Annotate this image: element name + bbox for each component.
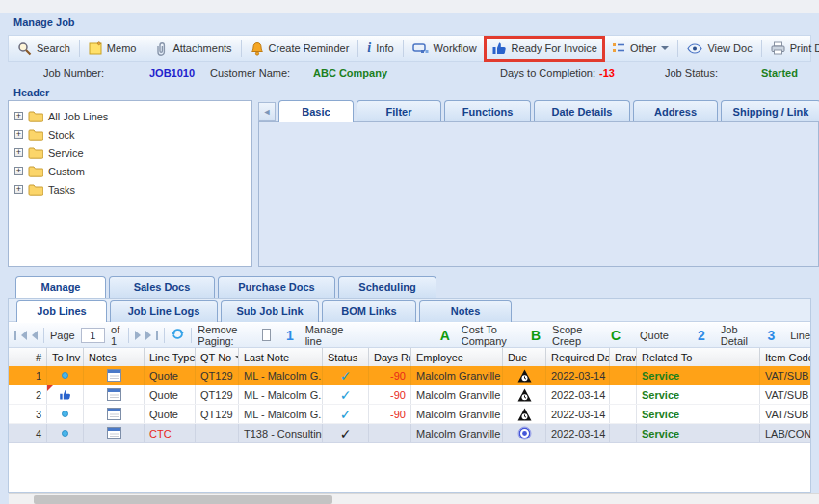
attachments-button[interactable]: Attachments xyxy=(147,37,238,60)
cell-employee[interactable]: Malcolm Granville xyxy=(411,424,503,442)
cell-line_type[interactable]: Quote xyxy=(145,366,196,385)
cell-status[interactable]: ✓ xyxy=(323,366,369,385)
cell-drawing[interactable] xyxy=(610,405,637,423)
cell-required_date[interactable]: 2022-03-14 xyxy=(546,385,610,404)
cell-notes[interactable] xyxy=(84,366,145,385)
cell-notes[interactable] xyxy=(84,424,145,442)
cell-to_inv[interactable] xyxy=(47,385,84,404)
cell-days_req[interactable]: -90 xyxy=(369,405,411,423)
expand-icon[interactable]: + xyxy=(14,148,23,157)
cell-last_note[interactable]: T138 - Consulting xyxy=(239,424,323,442)
next-page-button[interactable] xyxy=(135,328,145,343)
cell-to_inv[interactable] xyxy=(47,424,84,442)
legend-key-3[interactable]: 3 xyxy=(767,328,775,343)
column-header-related-to[interactable]: Related To xyxy=(637,348,760,366)
cell-required_date[interactable]: 2022-03-14 xyxy=(546,405,610,423)
search-button[interactable]: Search xyxy=(11,37,77,60)
tab-date-details[interactable]: Date Details xyxy=(534,100,630,122)
tab-notes[interactable]: Notes xyxy=(419,300,512,322)
legend-label-cost-to-company[interactable]: Cost To Company xyxy=(462,324,517,347)
tab-purchase-docs[interactable]: Purchase Docs xyxy=(218,276,335,298)
table-row[interactable]: 1QuoteQT129ML - Malcolm G...✓-90Malcolm … xyxy=(9,366,810,385)
tree-item-service[interactable]: + Service xyxy=(14,144,251,162)
tab-functions[interactable]: Functions xyxy=(444,100,531,122)
cell-item_code[interactable]: VAT/SUB xyxy=(760,366,810,385)
legend-label-job-detail[interactable]: Job Detail xyxy=(721,324,753,347)
cell-qt_no[interactable]: QT129 xyxy=(196,405,239,423)
cell-num[interactable]: 2 xyxy=(9,385,47,404)
scrollbar-thumb[interactable] xyxy=(34,495,332,504)
cell-last_note[interactable]: ML - Malcolm G... xyxy=(239,366,323,385)
cell-due[interactable] xyxy=(503,424,546,442)
column-header-days-rec[interactable]: Days Rec xyxy=(369,348,411,366)
cell-to_inv[interactable] xyxy=(47,366,84,385)
tree-item-stock[interactable]: + Stock xyxy=(14,125,251,144)
expand-icon[interactable]: + xyxy=(14,112,23,120)
cell-num[interactable]: 3 xyxy=(9,405,47,423)
expand-icon[interactable]: + xyxy=(14,185,23,194)
tree-item-tasks[interactable]: + Tasks xyxy=(14,180,251,199)
column-header-due[interactable]: Due xyxy=(503,348,546,366)
cell-employee[interactable]: Malcolm Granville xyxy=(411,405,503,423)
cell-related_to[interactable]: Service xyxy=(637,405,760,423)
legend-label-line[interactable]: Line xyxy=(790,330,810,341)
tab-scroll-left-button[interactable]: ◄ xyxy=(258,102,276,121)
tab-sales-docs[interactable]: Sales Docs xyxy=(109,276,215,298)
column-header-required-date[interactable]: Required Date xyxy=(546,348,610,366)
cell-line_type[interactable]: Quote xyxy=(145,385,196,404)
cell-num[interactable]: 4 xyxy=(9,424,47,442)
column-header-qt-no[interactable]: QT No xyxy=(196,348,239,366)
cell-related_to[interactable]: Service xyxy=(637,385,760,404)
horizontal-scrollbar[interactable] xyxy=(9,493,819,504)
column-header-last-note[interactable]: Last Note xyxy=(239,348,323,366)
cell-employee[interactable]: Malcolm Granville xyxy=(411,366,503,385)
tab-scheduling[interactable]: Scheduling xyxy=(338,276,436,298)
cell-days_req[interactable] xyxy=(369,424,411,442)
cell-last_note[interactable]: ML - Malcolm G... xyxy=(239,405,323,423)
cell-status[interactable]: ✓ xyxy=(323,405,369,423)
table-row[interactable]: 4CTCT138 - Consulting✓Malcolm Granville2… xyxy=(9,424,810,443)
legend-key-2[interactable]: 2 xyxy=(698,328,705,343)
last-page-button[interactable] xyxy=(145,328,158,343)
cell-days_req[interactable]: -90 xyxy=(369,366,411,385)
cell-qt_no[interactable] xyxy=(196,424,239,442)
column-header-employee[interactable]: Employee xyxy=(411,348,503,366)
tab-filter[interactable]: Filter xyxy=(357,100,441,122)
cell-due[interactable] xyxy=(503,366,546,385)
create-reminder-button[interactable]: Create Reminder xyxy=(244,37,357,60)
cell-due[interactable] xyxy=(503,405,546,423)
column-header-notes[interactable]: Notes xyxy=(84,348,145,366)
tab-job-lines[interactable]: Job Lines xyxy=(16,300,107,322)
view-doc-button[interactable]: View Doc xyxy=(680,37,758,60)
expand-icon[interactable]: + xyxy=(14,167,23,175)
tab-shipping-link[interactable]: Shipping / Link xyxy=(721,100,819,122)
prev-page-button[interactable] xyxy=(27,328,38,343)
legend-key-b[interactable]: B xyxy=(531,328,541,343)
print-doc-button[interactable]: Print Doc xyxy=(764,37,819,60)
column-header-drawin[interactable]: Drawin xyxy=(610,348,637,366)
cell-line_type[interactable]: CTC xyxy=(145,424,196,442)
tab-sub-job-link[interactable]: Sub Job Link xyxy=(221,300,319,322)
cell-notes[interactable] xyxy=(84,385,145,404)
cell-item_code[interactable]: LAB/CONS01 xyxy=(760,424,810,442)
column-header-line-type[interactable]: Line Type xyxy=(145,348,196,366)
column-header-to-inv[interactable]: To Inv xyxy=(47,348,84,366)
cell-days_req[interactable]: -90 xyxy=(369,385,411,404)
tab-manage[interactable]: Manage xyxy=(15,276,106,298)
tree-item-custom[interactable]: + Custom xyxy=(14,162,251,180)
refresh-button[interactable] xyxy=(171,327,185,343)
legend-key-a[interactable]: A xyxy=(440,328,450,343)
legend-label-manage-line[interactable]: Manage line xyxy=(305,324,344,347)
cell-line_type[interactable]: Quote xyxy=(145,405,196,423)
cell-item_code[interactable]: VAT/SUB xyxy=(760,405,810,423)
memo-button[interactable]: Memo xyxy=(82,37,144,60)
cell-required_date[interactable]: 2022-03-14 xyxy=(546,366,610,385)
cell-qt_no[interactable]: QT129 xyxy=(196,366,239,385)
cell-related_to[interactable]: Service xyxy=(637,424,760,442)
tab-address[interactable]: Address xyxy=(633,100,718,122)
legend-label-quote[interactable]: Quote xyxy=(640,330,669,341)
column-header-status[interactable]: Status xyxy=(323,348,369,366)
ready-for-invoice-button[interactable]: Ready For Invoice xyxy=(484,36,605,62)
table-row[interactable]: 2QuoteQT129ML - Malcolm G...✓-90Malcolm … xyxy=(9,385,810,405)
legend-label-scope-creep[interactable]: Scope Creep xyxy=(552,324,594,347)
